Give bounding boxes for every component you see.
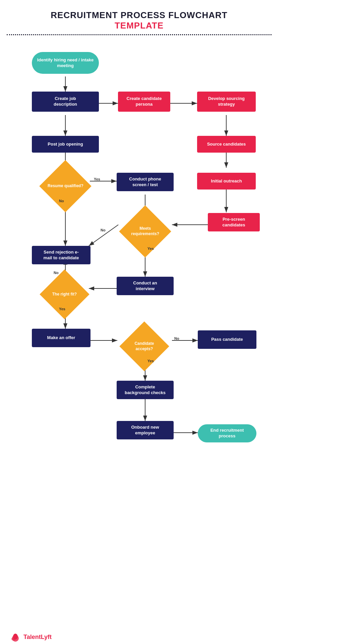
label-no-meets: No <box>101 228 106 232</box>
node-send-rejection: Send rejection e- mail to candidate <box>32 246 90 264</box>
node-conduct-phone: Conduct phone screen / test <box>117 173 174 191</box>
label-yes-accepts: Yes <box>147 359 154 363</box>
node-create-candidate: Create candidate persona <box>118 92 170 112</box>
node-initial-outreach: Initial outreach <box>197 173 256 190</box>
page: RECRUITMENT PROCESS FLOWCHART TEMPLATE <box>0 0 278 644</box>
logo-icon <box>10 632 21 642</box>
node-conduct-interview: Conduct an interview <box>117 277 174 295</box>
node-make-offer: Make an offer <box>32 329 90 347</box>
logo-text: TalentLyft <box>23 634 52 641</box>
label-no-resume: No <box>59 199 64 203</box>
node-identify: Identify hiring need / intake meeting <box>32 52 99 74</box>
node-right-fit: The right fit? <box>40 269 89 319</box>
node-meets-requirements: Meets requirements? <box>119 205 171 258</box>
label-no-accepts: No <box>174 336 179 340</box>
label-yes-rightfit: Yes <box>59 307 65 311</box>
divider <box>7 34 272 35</box>
logo: TalentLyft <box>10 632 52 642</box>
header: RECRUITMENT PROCESS FLOWCHART TEMPLATE <box>7 10 272 31</box>
node-resume-qualified: Resume qualified? <box>39 160 92 212</box>
label-yes-meets: Yes <box>147 247 154 251</box>
node-end-recruitment: End recruitment process <box>198 424 256 442</box>
node-onboard: Onboard new employee <box>117 421 174 439</box>
node-source-candidates: Source candidates <box>197 136 256 153</box>
node-post-job: Post job opening <box>32 136 99 153</box>
flowchart: Identify hiring need / intake meeting Cr… <box>7 42 272 629</box>
node-pass-candidate: Pass candidate <box>198 330 256 349</box>
svg-point-25 <box>11 637 15 641</box>
label-no-rightfit: No <box>54 271 59 275</box>
node-prescreen: Pre-screen candidates <box>208 213 260 231</box>
page-subtitle: TEMPLATE <box>7 20 272 31</box>
node-candidate-accepts: Candidate accepts? <box>119 321 169 371</box>
node-develop-sourcing: Develop sourcing strategy <box>197 92 256 112</box>
page-title: RECRUITMENT PROCESS FLOWCHART <box>7 10 272 20</box>
node-complete-background: Complete background checks <box>117 381 174 399</box>
node-create-job: Create job description <box>32 92 99 112</box>
label-yes-resume: Yes <box>94 177 100 181</box>
